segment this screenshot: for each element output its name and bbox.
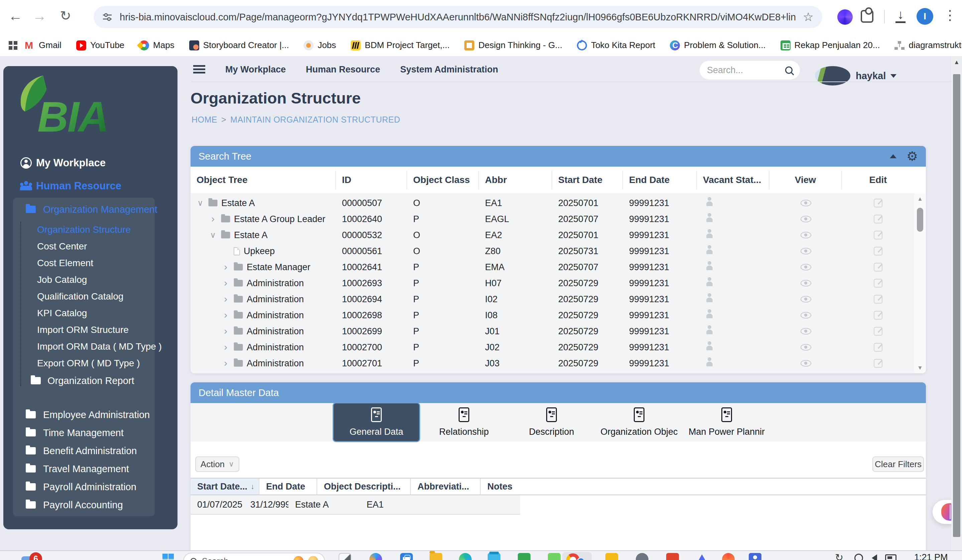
bookmark-jobs[interactable]: Jobs: [303, 40, 336, 50]
sidebar-item-my-workplace[interactable]: My Workplace: [3, 154, 178, 172]
chevron-right-icon[interactable]: [208, 215, 217, 224]
column-end-date[interactable]: End Date: [623, 171, 697, 189]
column-abbreviation[interactable]: Abbreviati...: [411, 478, 481, 494]
scroll-up-icon[interactable]: ▲: [914, 196, 926, 202]
edit-icon[interactable]: [874, 263, 883, 272]
chevron-right-icon[interactable]: [221, 343, 230, 352]
browser-menu-icon[interactable]: ⋮: [943, 7, 957, 23]
chevron-right-icon[interactable]: [221, 263, 230, 272]
tab-general-data[interactable]: General Data: [333, 402, 420, 442]
column-edit[interactable]: Edit: [842, 171, 914, 189]
chevron-right-icon[interactable]: [221, 327, 230, 336]
green-app-icon[interactable]: [548, 553, 560, 560]
global-search[interactable]: [700, 61, 800, 79]
edit-icon[interactable]: [874, 279, 883, 288]
column-start-date[interactable]: Start Date: [552, 171, 623, 189]
sidebar-item-benefit-administration[interactable]: Benefit Administration: [13, 442, 155, 460]
bookmark-bdm-project[interactable]: BDM Project Target,...: [351, 40, 450, 50]
back-icon[interactable]: ←: [6, 8, 25, 24]
search-icon[interactable]: [785, 66, 793, 74]
table-row[interactable]: Administration 10002693 P H07 20250729 9…: [190, 275, 914, 291]
table-row[interactable]: Upkeep 00000561 O Z80 20250731 99991231: [190, 243, 914, 259]
user-avatar[interactable]: [815, 66, 851, 85]
edit-icon[interactable]: [874, 215, 883, 224]
sidebar-item-qualification-catalog[interactable]: Qualification Catalog: [37, 288, 152, 305]
eye-icon[interactable]: [801, 328, 811, 335]
start-button-icon[interactable]: [162, 553, 174, 560]
bookmark-rekap-penjualan[interactable]: Rekap Penjualan 20...: [781, 40, 880, 50]
forward-icon[interactable]: →: [30, 8, 49, 24]
keep-app-icon[interactable]: [605, 553, 618, 560]
table-row[interactable]: Administration 10002699 P J01 20250729 9…: [190, 323, 914, 339]
eye-icon[interactable]: [801, 360, 811, 367]
chevron-right-icon[interactable]: [221, 311, 230, 320]
bookmark-gmail[interactable]: Gmail: [25, 40, 61, 50]
browser-app-icon[interactable]: [459, 553, 471, 560]
bookmark-star-icon[interactable]: ☆: [803, 10, 814, 24]
eye-icon[interactable]: [801, 216, 811, 222]
nav-system-administration[interactable]: System Administration: [400, 64, 498, 75]
scrollbar-thumb[interactable]: [953, 74, 960, 537]
sidebar-item-import-orm-data[interactable]: Import ORM Data ( MD Type ): [37, 338, 152, 355]
edit-icon[interactable]: [874, 327, 883, 336]
eye-icon[interactable]: [801, 248, 811, 254]
page-scrollbar[interactable]: ▲: [951, 56, 962, 550]
bookmark-youtube[interactable]: YouTube: [76, 40, 124, 50]
column-vacant-status[interactable]: Vacant Stat...: [697, 171, 770, 189]
contacts-app-icon[interactable]: [749, 553, 762, 560]
orange-app-icon[interactable]: [722, 553, 735, 560]
column-object-description[interactable]: Object Descripti...: [317, 478, 411, 494]
edit-icon[interactable]: [874, 247, 883, 256]
column-notes[interactable]: Notes: [481, 478, 621, 494]
tree-scrollbar[interactable]: ▲ ▼: [914, 193, 926, 373]
battery-icon[interactable]: [885, 554, 896, 560]
eye-icon[interactable]: [801, 344, 811, 351]
column-abbr[interactable]: Abbr: [479, 171, 552, 189]
eye-icon[interactable]: [801, 232, 811, 238]
column-view[interactable]: View: [770, 171, 842, 189]
eye-icon[interactable]: [801, 312, 811, 319]
column-id[interactable]: ID: [336, 171, 407, 189]
sidebar-item-export-orm[interactable]: Export ORM ( MD Type ): [37, 355, 152, 372]
table-row[interactable]: Estate A 00000507 O EA1 20250701 9999123…: [190, 195, 914, 211]
sidebar-item-job-catalog[interactable]: Job Catalog: [37, 272, 152, 288]
hamburger-icon[interactable]: [193, 65, 205, 74]
chevron-right-icon[interactable]: [221, 359, 230, 368]
edit-icon[interactable]: [874, 231, 883, 240]
bookmark-storyboard[interactable]: Storyboard Creator |...: [189, 40, 289, 50]
file-explorer-icon[interactable]: [429, 553, 442, 560]
sidebar-item-payroll-accounting[interactable]: Payroll Accounting: [13, 496, 155, 513]
sidebar-item-import-orm-structure[interactable]: Import ORM Structure: [37, 322, 152, 338]
sidebar-item-employee-administration[interactable]: Employee Administration: [13, 406, 155, 423]
sync-tray-icon[interactable]: ↻: [835, 552, 843, 560]
nav-human-resource[interactable]: Human Resource: [306, 64, 380, 75]
chevron-right-icon[interactable]: [221, 295, 230, 304]
nav-my-workplace[interactable]: My Workplace: [225, 64, 286, 75]
table-row[interactable]: Administration 10002701 P J03 20250729 9…: [190, 355, 914, 371]
user-menu[interactable]: haykal: [856, 66, 896, 85]
address-bar[interactable]: hris-bia.minovaiscloud.com/Page/manageor…: [94, 6, 822, 28]
column-object-class[interactable]: Object Class: [407, 171, 479, 189]
browser-profile-avatar[interactable]: I: [917, 8, 933, 25]
sidebar-item-cost-element[interactable]: Cost Element: [37, 255, 152, 272]
action-button[interactable]: Action ∨: [195, 457, 239, 472]
column-start-date[interactable]: Start Date... ↓: [190, 478, 259, 494]
table-row[interactable]: Administration 10002698 P I08 20250729 9…: [190, 307, 914, 323]
bookmark-toko-kita[interactable]: Toko Kita Report: [577, 40, 655, 50]
downloads-icon[interactable]: ↓: [893, 8, 908, 23]
microsoft-store-icon[interactable]: [400, 553, 413, 560]
tab-man-power-planning[interactable]: Man Power Plannir: [683, 403, 770, 441]
sidebar-item-kpi-catalog[interactable]: KPI Catalog: [37, 305, 152, 322]
chevron-down-icon[interactable]: [208, 231, 217, 239]
copilot-icon[interactable]: [370, 553, 382, 560]
edit-icon[interactable]: [874, 343, 883, 352]
tab-organization-object[interactable]: Organization Objec: [595, 403, 683, 441]
breadcrumb-home[interactable]: HOME: [192, 115, 217, 125]
scroll-up-icon[interactable]: ▲: [951, 59, 962, 66]
sidebar-item-organization-management[interactable]: Organization Management: [13, 201, 155, 218]
gear-icon[interactable]: ⚙: [907, 150, 918, 163]
table-row[interactable]: 01/07/2025 31/12/9999 Estate A EA1: [190, 495, 520, 515]
eye-icon[interactable]: [801, 296, 811, 303]
scroll-down-icon[interactable]: ▼: [914, 365, 926, 371]
scrollbar-thumb[interactable]: [917, 208, 923, 232]
